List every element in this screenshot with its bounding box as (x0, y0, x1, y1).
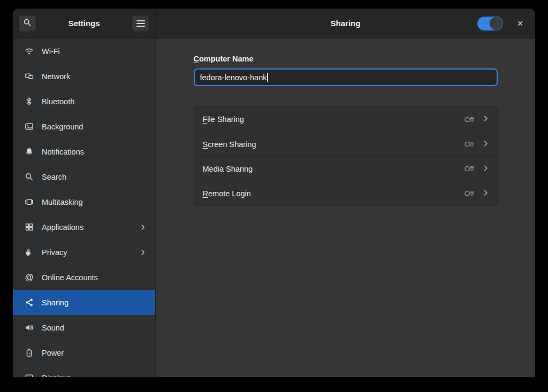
wifi-icon (25, 47, 34, 56)
hand-icon (25, 248, 34, 257)
row-media-sharing[interactable]: Media Sharing Off (194, 156, 497, 181)
row-label: File Sharing (203, 115, 244, 124)
share-icon (25, 298, 34, 307)
sidebar-item-wifi[interactable]: Wi-Fi (13, 39, 155, 64)
multitasking-icon (25, 197, 34, 206)
row-status: Off (465, 116, 474, 124)
sidebar-item-label: Wi-Fi (42, 47, 60, 56)
sidebar-item-label: Privacy (42, 248, 67, 257)
sidebar-item-label: Sound (42, 324, 64, 332)
monitor-icon (25, 373, 34, 377)
settings-window: Settings Sharing ✕ Wi-Fi Network (13, 9, 535, 377)
sidebar-item-label: Sharing (42, 298, 68, 307)
sidebar-item-multitasking[interactable]: Multitasking (13, 189, 155, 214)
right-headerbar: Sharing ✕ (156, 9, 535, 39)
sidebar-item-label: Multitasking (42, 198, 83, 206)
background-icon (25, 122, 34, 131)
sidebar-item-background[interactable]: Background (13, 114, 155, 139)
sidebar-item-label: Applications (42, 223, 83, 232)
battery-icon (25, 348, 34, 357)
row-screen-sharing[interactable]: Screen Sharing Off (194, 132, 497, 156)
row-status: Off (465, 140, 474, 148)
chevron-right-icon (139, 224, 147, 231)
sidebar-item-displays[interactable]: Displays (13, 365, 155, 377)
chevron-right-icon (482, 164, 490, 174)
row-label: Screen Sharing (203, 140, 256, 149)
search-icon (25, 172, 34, 181)
sidebar-item-notifications[interactable]: Notifications (13, 139, 155, 164)
bell-icon (25, 147, 34, 156)
row-file-sharing[interactable]: File Sharing Off (194, 107, 497, 132)
sidebar-item-label: Notifications (42, 148, 84, 156)
sidebar-item-sharing[interactable]: Sharing (13, 290, 155, 315)
row-label: Remote Login (203, 189, 251, 198)
sidebar-item-label: Network (42, 72, 70, 81)
close-button[interactable]: ✕ (513, 16, 528, 31)
sidebar-item-online-accounts[interactable]: @ Online Accounts (13, 265, 155, 290)
sidebar-item-network[interactable]: Network (13, 64, 155, 89)
chevron-right-icon (482, 189, 490, 198)
text-caret (267, 73, 268, 82)
sidebar-item-search[interactable]: Search (13, 164, 155, 189)
sidebar-item-bluetooth[interactable]: Bluetooth (13, 89, 155, 114)
sidebar-item-label: Bluetooth (42, 97, 74, 106)
sharing-toggle[interactable] (477, 17, 503, 30)
menu-button[interactable] (132, 15, 150, 32)
sharing-options-list: File Sharing Off Screen Sharing Off Medi… (194, 106, 498, 206)
search-icon (23, 18, 32, 29)
left-headerbar: Settings (13, 9, 156, 39)
app-grid-icon (25, 222, 34, 232)
row-status: Off (465, 189, 474, 197)
speaker-icon (25, 323, 34, 332)
computer-name-value: fedora-lenovo-hank (200, 73, 267, 82)
at-icon: @ (25, 273, 34, 282)
sidebar-item-label: Background (42, 122, 83, 131)
chevron-right-icon (482, 140, 490, 149)
toggle-knob (490, 17, 503, 30)
sidebar: Wi-Fi Network Bluetooth Background Notif (13, 39, 156, 377)
search-button[interactable] (18, 15, 36, 32)
sharing-panel: Computer Name fedora-lenovo-hank File Sh… (156, 39, 535, 377)
sidebar-item-privacy[interactable]: Privacy (13, 240, 155, 265)
row-remote-login[interactable]: Remote Login Off (194, 181, 497, 205)
row-label: Media Sharing (203, 165, 253, 173)
computer-name-label: Computer Name (194, 55, 498, 63)
network-icon (25, 72, 34, 81)
computer-name-input[interactable]: fedora-lenovo-hank (194, 68, 498, 86)
chevron-right-icon (482, 114, 490, 124)
sidebar-item-label: Search (42, 173, 66, 181)
bluetooth-icon (25, 97, 34, 106)
hamburger-icon (136, 20, 145, 27)
row-status: Off (465, 165, 474, 173)
sidebar-item-sound[interactable]: Sound (13, 315, 155, 340)
sidebar-item-label: Displays (42, 374, 71, 378)
sidebar-item-label: Online Accounts (42, 273, 98, 282)
chevron-right-icon (139, 249, 147, 256)
sidebar-item-label: Power (42, 349, 64, 357)
sidebar-item-applications[interactable]: Applications (13, 214, 155, 240)
sidebar-item-power[interactable]: Power (13, 340, 155, 365)
